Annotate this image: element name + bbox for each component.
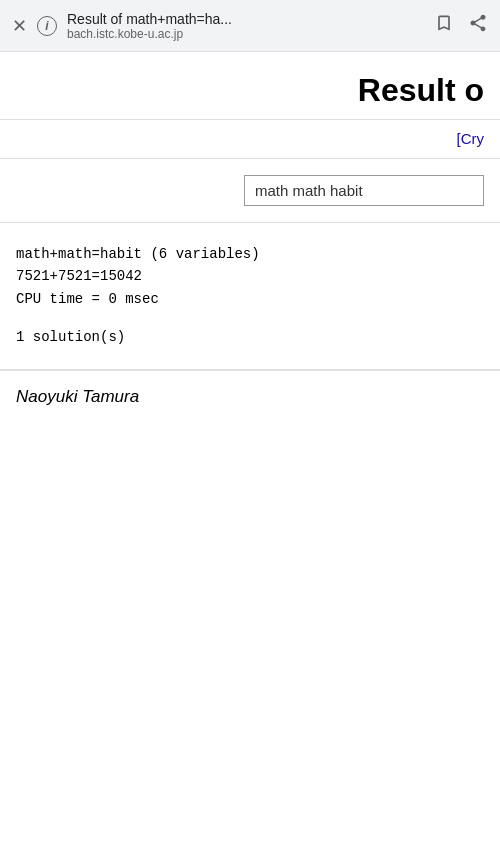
search-section bbox=[0, 159, 500, 223]
cry-link[interactable]: [Cry bbox=[457, 130, 485, 147]
browser-tab-title: Result of math+math=ha... bbox=[67, 11, 287, 27]
result-cpu-time: CPU time = 0 msec bbox=[16, 288, 484, 310]
bookmark-icon[interactable] bbox=[434, 13, 454, 38]
browser-title-area: Result of math+math=ha... bach.istc.kobe… bbox=[67, 11, 424, 41]
author-name: Naoyuki Tamura bbox=[16, 387, 139, 406]
results-section: math+math=habit (6 variables) 7521+7521=… bbox=[0, 223, 500, 370]
browser-bar-right bbox=[434, 13, 488, 38]
page-title-section: Result o bbox=[0, 52, 500, 120]
search-input[interactable] bbox=[244, 175, 484, 206]
cry-link-section: [Cry bbox=[0, 120, 500, 159]
page-content: Result o [Cry math+math=habit (6 variabl… bbox=[0, 52, 500, 423]
info-button[interactable]: i bbox=[37, 16, 57, 36]
page-title: Result o bbox=[16, 72, 484, 109]
footer-author-section: Naoyuki Tamura bbox=[0, 370, 500, 423]
browser-bar-left: ✕ i bbox=[12, 16, 57, 36]
browser-url: bach.istc.kobe-u.ac.jp bbox=[67, 27, 424, 41]
close-tab-button[interactable]: ✕ bbox=[12, 17, 27, 35]
result-equation-header: math+math=habit (6 variables) bbox=[16, 243, 484, 265]
share-icon[interactable] bbox=[468, 13, 488, 38]
result-equation-values: 7521+7521=15042 bbox=[16, 265, 484, 287]
result-solutions: 1 solution(s) bbox=[16, 326, 484, 348]
browser-chrome-bar: ✕ i Result of math+math=ha... bach.istc.… bbox=[0, 0, 500, 52]
